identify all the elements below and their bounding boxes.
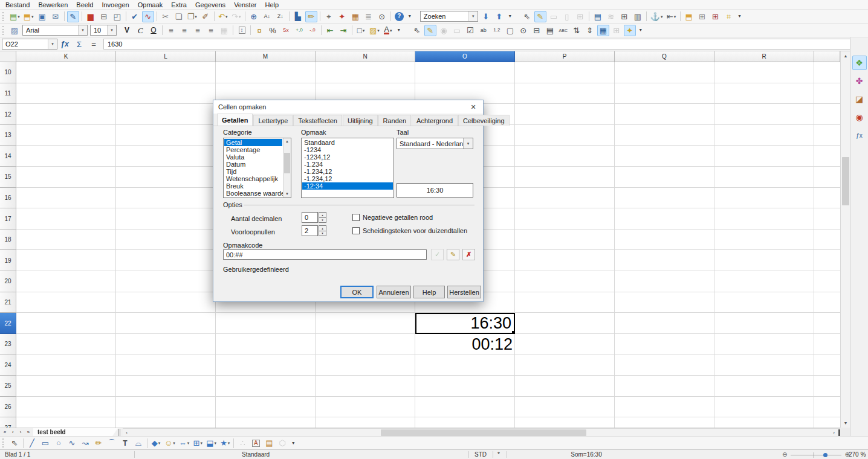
spelling-button[interactable]: ✔ [129, 11, 141, 22]
menu-beeld[interactable]: Beeld [72, 1, 97, 9]
design-open-button[interactable]: ⬒ [683, 11, 695, 22]
sidebar-styles-button[interactable]: ✤ [852, 74, 867, 88]
column-header-k[interactable]: K [16, 51, 116, 62]
edit-mode-button[interactable]: ✎ [67, 11, 79, 22]
row-header-23[interactable]: 23 [0, 334, 16, 355]
new-document-button[interactable]: ▤▾ [8, 11, 21, 22]
save-button[interactable]: ▣ [36, 11, 48, 22]
list-item-breuk[interactable]: Breuk [224, 182, 282, 190]
vertical-scrollbar[interactable]: ▲ ▼ [840, 51, 850, 428]
zoom-slider[interactable]: ⊖ ⊕ [782, 451, 850, 458]
arc-button[interactable]: ⌒ [106, 437, 118, 449]
scrollbar-control-button[interactable]: ⇕ [584, 25, 596, 36]
cell-o22[interactable]: 16:30 [415, 313, 515, 334]
chevron-down-icon[interactable]: ▾ [18, 14, 20, 19]
name-box[interactable]: O22 ▾ [2, 39, 57, 50]
align-button[interactable]: ⇤▾ [666, 11, 678, 22]
sheet-tab-active[interactable]: test beeld [33, 428, 118, 436]
row-header-26[interactable]: 26 [0, 397, 16, 418]
undo-button[interactable]: ↶▾ [217, 11, 229, 22]
leading-zeros-spinner[interactable]: 2 ▴▾ [302, 225, 326, 236]
number-format-button[interactable]: 5x [280, 25, 292, 36]
flowchart-button[interactable]: ⊞▾ [192, 437, 204, 449]
menu-invoegen[interactable]: Invoegen [97, 1, 133, 9]
list-item-percentage[interactable]: Percentage [224, 146, 282, 153]
column-header-q[interactable]: Q [615, 51, 714, 62]
vertical-scrollbar-thumb[interactable] [842, 157, 849, 205]
list-item-1-234-12[interactable]: -1.234,12 [302, 175, 393, 182]
toolbar-grip[interactable] [2, 438, 5, 448]
callout-shapes-button[interactable]: ⬓▾ [205, 437, 218, 449]
chevron-down-icon[interactable]: ▾ [377, 28, 380, 33]
chevron-down-icon[interactable]: ▾ [225, 14, 228, 19]
delete-format-icon[interactable]: ✗ [462, 249, 475, 260]
font-size-combo[interactable]: 10▾ [90, 25, 117, 36]
toolbar-grip[interactable] [2, 26, 5, 35]
align-justify-button[interactable]: ≡ [205, 25, 217, 36]
send-email-button[interactable]: ✉ [50, 11, 62, 22]
select-pointer-button[interactable]: ⇖ [411, 25, 423, 36]
chevron-down-icon[interactable]: ▾ [195, 14, 197, 19]
toolbar-overflow-icon[interactable]: ▾ [406, 11, 413, 22]
horizontal-scrollbar[interactable]: ‹ › [123, 428, 840, 437]
row-header-12[interactable]: 12 [0, 104, 16, 125]
list-item-getal[interactable]: Getal [224, 139, 282, 146]
chevron-down-icon[interactable]: ▾ [463, 138, 473, 149]
chevron-down-icon[interactable]: ▾ [215, 441, 217, 445]
menu-bewerken[interactable]: Bewerken [34, 1, 72, 9]
control-properties-button[interactable]: ▤ [592, 11, 604, 22]
row-header-21[interactable]: 21 [0, 292, 16, 313]
row-header-14[interactable]: 14 [0, 146, 16, 167]
form-wizard-button[interactable]: ✦ [624, 25, 636, 36]
list-box-control-button[interactable]: ⊟ [531, 25, 543, 36]
background-color-button[interactable]: ▨▾ [368, 25, 381, 36]
sidebar-properties-button[interactable]: ❖ [852, 56, 867, 70]
tab-uitlijning[interactable]: Uitlijning [343, 115, 378, 126]
zoom-out-icon[interactable]: ⊖ [782, 451, 787, 458]
select-pointer-button[interactable]: ⇖ [521, 11, 533, 22]
chevron-down-icon[interactable]: ▾ [173, 441, 175, 445]
column-header-m[interactable]: M [216, 51, 316, 62]
cut-button[interactable]: ✂ [160, 11, 172, 22]
format-list[interactable]: Standaard-1234-1234,12-1.234-1.234,12-1.… [301, 138, 394, 198]
spinner-arrows[interactable]: ▴▾ [319, 212, 326, 223]
last-sheet-button[interactable]: » [25, 429, 32, 436]
spin-button-control-button[interactable]: ⇅ [571, 25, 583, 36]
menu-help[interactable]: Help [261, 1, 283, 9]
decimals-value[interactable]: 0 [302, 212, 318, 223]
chevron-down-icon[interactable]: ▾ [31, 14, 34, 19]
align-right-button[interactable]: ≡ [192, 25, 204, 36]
sidebar-functions-button[interactable]: ƒx [852, 128, 867, 143]
decimals-spinner[interactable]: 0 ▴▾ [302, 212, 326, 223]
thousands-separator-checkbox[interactable] [352, 227, 360, 234]
align-left-button[interactable]: ≡ [165, 25, 177, 36]
row-header-19[interactable]: 19 [0, 250, 16, 271]
list-item-12-34[interactable]: -12:34 [302, 182, 393, 190]
menu-bestand[interactable]: Bestand [1, 1, 34, 9]
formatted-field-button[interactable]: 1.2 [491, 25, 503, 36]
list-item-1234[interactable]: -1234 [302, 146, 393, 153]
chevron-down-icon[interactable]: ▾ [228, 441, 230, 445]
row-header-13[interactable]: 13 [0, 125, 16, 146]
toolbar-overflow-icon[interactable]: ▾ [290, 437, 297, 449]
leading-zeros-value[interactable]: 2 [302, 225, 318, 236]
ellipse-button[interactable]: ○ [53, 437, 65, 449]
font-name-combo[interactable]: Arial▾ [22, 25, 88, 36]
zoom-slider-thumb[interactable] [823, 453, 828, 457]
sort-ascending-button[interactable]: A↓ [261, 11, 273, 22]
text-box-control-button[interactable]: ab [478, 25, 490, 36]
language-combobox[interactable]: Standaard - Nederlands (NL ▾ [397, 138, 473, 149]
scroll-down-icon[interactable]: ▼ [841, 419, 850, 428]
scroll-up-icon[interactable]: ▲ [841, 51, 850, 60]
toolbar-overflow-icon[interactable]: ▾ [395, 25, 403, 36]
label-control-button[interactable]: ABC [557, 25, 569, 36]
row-header-17[interactable]: 17 [0, 208, 16, 230]
rectangle-button[interactable]: ▭ [39, 437, 51, 449]
list-item-1-234[interactable]: -1.234 [302, 161, 393, 168]
callout-button[interactable]: ⌓ [132, 437, 144, 449]
previous-sheet-button[interactable]: ‹ [9, 429, 16, 436]
list-item-wetenschappelijk[interactable]: Wetenschappelijk [224, 175, 282, 182]
insert-image-button[interactable]: ▤ [263, 437, 275, 449]
font-color-button[interactable]: A▾ [382, 25, 394, 36]
sort-datasheet-button[interactable]: ▥ [632, 11, 644, 22]
